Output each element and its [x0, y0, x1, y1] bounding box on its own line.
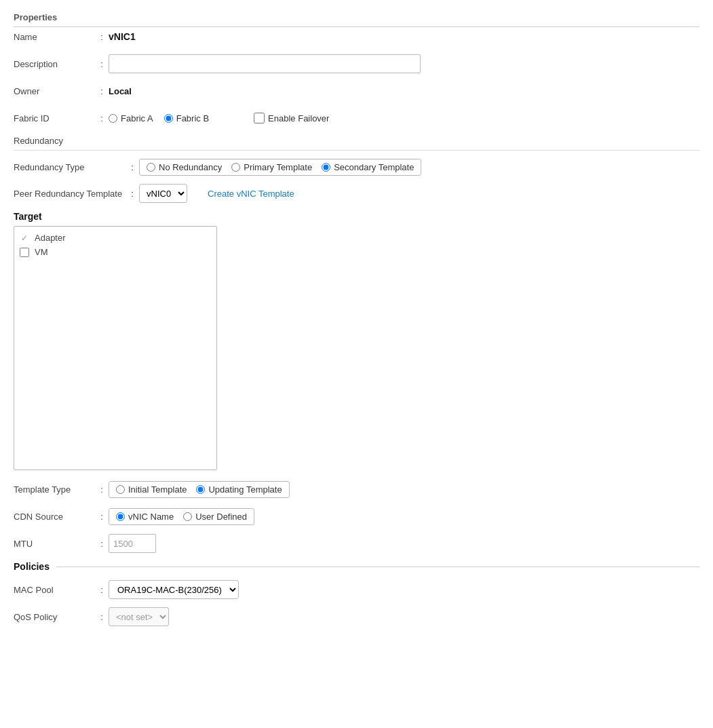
adapter-checkmark-icon: ✓ — [20, 233, 29, 243]
fabric-b-text: Fabric B — [176, 113, 209, 123]
initial-template-text: Initial Template — [128, 484, 187, 495]
peer-redundancy-value: vNIC0 Create vNIC Template — [139, 184, 294, 203]
vm-checkbox[interactable] — [20, 248, 29, 257]
peer-redundancy-row: Peer Redundancy Template : vNIC0 Create … — [14, 184, 699, 203]
template-type-value: Initial Template Updating Template — [109, 481, 699, 498]
redundancy-type-colon: : — [126, 162, 139, 172]
template-type-colon: : — [95, 484, 109, 495]
redundancy-type-value: No Redundancy Primary Template Secondary… — [139, 159, 421, 176]
updating-template-radio[interactable] — [196, 485, 205, 494]
fabric-id-row: Fabric ID : Fabric A Fabric B Enable Fai… — [14, 109, 699, 128]
description-input[interactable] — [109, 54, 421, 73]
fabric-a-label[interactable]: Fabric A — [109, 113, 153, 123]
description-label: Description — [14, 59, 95, 69]
owner-value: Local — [109, 86, 132, 96]
user-defined-option[interactable]: User Defined — [183, 512, 247, 522]
fabric-id-label: Fabric ID — [14, 113, 95, 123]
template-type-label: Template Type — [14, 484, 95, 495]
primary-template-option[interactable]: Primary Template — [231, 162, 312, 172]
secondary-template-option[interactable]: Secondary Template — [322, 162, 414, 172]
updating-template-text: Updating Template — [208, 484, 282, 495]
no-redundancy-text: No Redundancy — [159, 162, 222, 172]
no-redundancy-radio[interactable] — [147, 163, 155, 172]
secondary-template-text: Secondary Template — [334, 162, 414, 172]
mtu-value-container — [109, 534, 699, 553]
mac-pool-colon: : — [95, 585, 109, 595]
policies-section: Policies MAC Pool : ORA19C-MAC-B(230/256… — [14, 561, 699, 626]
description-value-container — [109, 54, 699, 73]
redundancy-type-label: Redundancy Type — [14, 162, 126, 172]
policies-header: Policies — [14, 561, 699, 572]
template-type-radio-group: Initial Template Updating Template — [109, 481, 290, 498]
name-label: Name — [14, 32, 95, 42]
vnic-name-text: vNIC Name — [128, 512, 174, 522]
target-section: Target ✓ Adapter VM — [14, 211, 699, 470]
mac-pool-label: MAC Pool — [14, 585, 95, 595]
vm-label: VM — [35, 247, 48, 257]
primary-template-radio[interactable] — [231, 163, 240, 172]
peer-redundancy-label: Peer Redundancy Template — [14, 189, 126, 199]
owner-row: Owner : Local — [14, 81, 699, 100]
cdn-source-value: vNIC Name User Defined — [109, 508, 699, 525]
description-row: Description : — [14, 54, 699, 73]
create-vnic-template-link[interactable]: Create vNIC Template — [208, 189, 294, 199]
description-colon: : — [95, 59, 109, 69]
no-redundancy-option[interactable]: No Redundancy — [147, 162, 222, 172]
target-listbox[interactable]: ✓ Adapter VM — [14, 226, 217, 470]
mac-pool-select[interactable]: ORA19C-MAC-B(230/256) — [109, 580, 239, 599]
vm-item: VM — [20, 245, 211, 259]
primary-template-text: Primary Template — [244, 162, 312, 172]
qos-policy-label: QoS Policy — [14, 612, 95, 622]
properties-title: Properties — [14, 12, 57, 22]
name-row: Name : vNIC1 — [14, 27, 699, 46]
updating-template-option[interactable]: Updating Template — [196, 484, 282, 495]
redundancy-block: Redundancy Type : No Redundancy Primary … — [14, 150, 699, 203]
redundancy-type-radio-group: No Redundancy Primary Template Secondary… — [139, 159, 421, 176]
fabric-b-radio[interactable] — [164, 114, 173, 123]
policies-title: Policies — [14, 561, 50, 572]
properties-header: Properties — [14, 7, 699, 27]
vnic-name-option[interactable]: vNIC Name — [116, 512, 174, 522]
vnic-name-radio[interactable] — [116, 512, 125, 521]
template-type-row: Template Type : Initial Template Updatin… — [14, 480, 699, 499]
initial-template-radio[interactable] — [116, 485, 125, 494]
cdn-source-colon: : — [95, 512, 109, 522]
redundancy-subheader: Redundancy — [14, 136, 699, 146]
initial-template-option[interactable]: Initial Template — [116, 484, 187, 495]
cdn-source-row: CDN Source : vNIC Name User Defined — [14, 507, 699, 526]
mac-pool-row: MAC Pool : ORA19C-MAC-B(230/256) — [14, 580, 699, 599]
page-container: Properties Name : vNIC1 Description : Ow… — [0, 0, 713, 655]
redundancy-type-row: Redundancy Type : No Redundancy Primary … — [14, 159, 699, 176]
fabric-id-colon: : — [95, 113, 109, 123]
mtu-row: MTU : — [14, 534, 699, 553]
adapter-label: Adapter — [35, 233, 66, 243]
qos-policy-row: QoS Policy : <not set> — [14, 607, 699, 626]
owner-value-container: Local — [109, 86, 699, 96]
name-value-container: vNIC1 — [109, 31, 699, 42]
adapter-item: ✓ Adapter — [20, 231, 211, 245]
owner-label: Owner — [14, 86, 95, 96]
mtu-colon: : — [95, 539, 109, 549]
name-colon: : — [95, 32, 109, 42]
user-defined-radio[interactable] — [183, 512, 192, 521]
enable-failover-checkbox[interactable] — [254, 113, 265, 123]
enable-failover-label[interactable]: Enable Failover — [254, 113, 329, 123]
fabric-id-value-container: Fabric A Fabric B Enable Failover — [109, 113, 699, 123]
redundancy-group-label: Redundancy — [14, 136, 63, 146]
mtu-input[interactable] — [109, 534, 156, 553]
fabric-b-label[interactable]: Fabric B — [164, 113, 209, 123]
qos-policy-value-container: <not set> — [109, 607, 699, 626]
mac-pool-value-container: ORA19C-MAC-B(230/256) — [109, 580, 699, 599]
peer-redundancy-colon: : — [126, 189, 139, 199]
secondary-template-radio[interactable] — [322, 163, 330, 172]
peer-label-text: Peer Redundancy Template — [14, 189, 122, 199]
target-label: Target — [14, 211, 699, 222]
fabric-radio-group: Fabric A Fabric B — [109, 113, 209, 123]
cdn-source-label: CDN Source — [14, 512, 95, 522]
fabric-a-radio[interactable] — [109, 114, 117, 123]
name-value: vNIC1 — [109, 31, 136, 42]
qos-policy-colon: : — [95, 612, 109, 622]
peer-redundancy-select[interactable]: vNIC0 — [139, 184, 187, 203]
enable-failover-text: Enable Failover — [268, 113, 329, 123]
qos-policy-select[interactable]: <not set> — [109, 607, 169, 626]
